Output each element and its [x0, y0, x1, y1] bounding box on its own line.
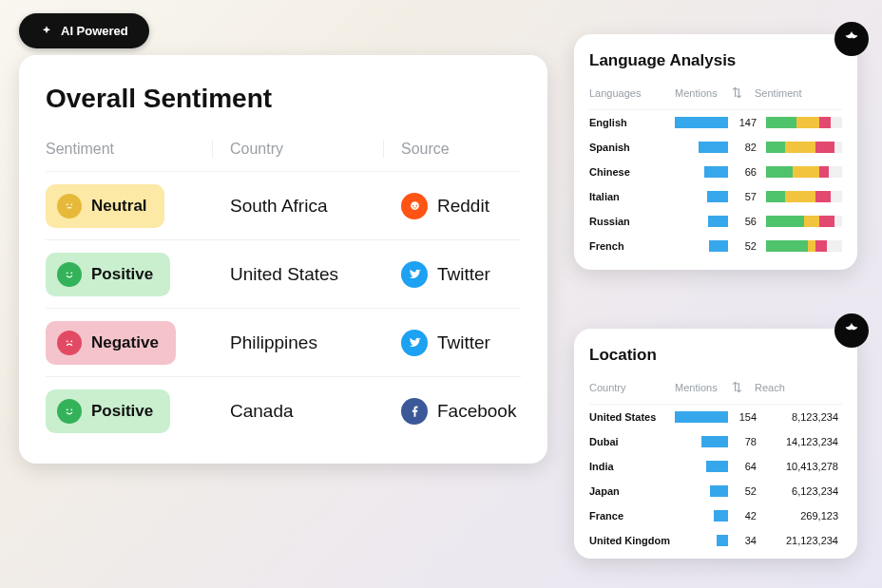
positive-face-icon — [57, 262, 82, 287]
location-row[interactable]: United States 154 8,123,234 — [589, 405, 842, 429]
svg-point-4 — [412, 205, 413, 207]
sentiment-bar — [766, 166, 842, 178]
ai-powered-badge: AI Powered — [19, 13, 149, 48]
positive-face-icon — [57, 399, 82, 424]
sentiment-column-headers: Sentiment Country Source — [46, 141, 521, 171]
country-name: United States — [589, 411, 675, 423]
language-name: Spanish — [589, 142, 675, 153]
location-row[interactable]: Dubai 78 14,123,234 — [589, 429, 842, 454]
sentiment-label: Negative — [91, 333, 159, 352]
language-row[interactable]: Russian 56 — [589, 209, 842, 234]
language-analysis-title: Language Analysis — [589, 51, 842, 70]
location-column-headers: Country Mentions ⇅ Reach — [589, 376, 842, 405]
sort-icon[interactable]: ⇅ — [732, 380, 755, 394]
header-languages: Languages — [589, 87, 675, 99]
location-row[interactable]: France 42 269,123 — [589, 503, 842, 528]
header-mentions: Mentions — [675, 87, 732, 99]
language-column-headers: Languages Mentions ⇅ Sentiment — [589, 82, 842, 110]
reach-value: 14,123,234 — [757, 436, 842, 447]
sentiment-label: Positive — [91, 265, 153, 284]
sentiment-bar — [766, 240, 842, 252]
sentiment-chip: Positive — [46, 389, 170, 433]
sentiment-chip: Negative — [46, 321, 176, 365]
mentions-bar — [704, 166, 728, 178]
reach-value: 269,123 — [757, 510, 842, 522]
mentions-count: 52 — [728, 485, 757, 497]
mentions-bar — [709, 240, 728, 252]
mentions-bar — [710, 485, 728, 497]
header-country: Country — [589, 382, 675, 393]
facebook-icon — [401, 398, 428, 425]
mentions-bar — [717, 535, 728, 546]
sprout-logo-icon — [834, 313, 869, 348]
twitter-icon — [401, 330, 428, 356]
reach-value: 10,413,278 — [757, 461, 842, 472]
header-reach: Reach — [755, 382, 842, 393]
svg-point-3 — [411, 201, 419, 210]
source-label: Twitter — [437, 332, 490, 353]
header-source: Source — [384, 141, 521, 158]
location-row[interactable]: India 64 10,413,278 — [589, 454, 842, 479]
mentions-count: 66 — [728, 166, 757, 178]
country-cell: South Africa — [213, 196, 384, 217]
mentions-count: 154 — [728, 411, 757, 423]
mentions-count: 64 — [728, 461, 757, 472]
sentiment-label: Neutral — [91, 197, 147, 216]
twitter-icon — [401, 261, 428, 288]
sentiment-row[interactable]: Neutral South Africa Reddit — [46, 171, 521, 239]
language-row[interactable]: French 52 — [589, 234, 842, 258]
svg-point-10 — [67, 408, 68, 410]
reach-value: 21,123,234 — [757, 535, 842, 546]
language-name: Italian — [589, 191, 675, 202]
location-card: Location Country Mentions ⇅ Reach United… — [574, 329, 857, 559]
country-cell: United States — [213, 264, 384, 285]
language-row[interactable]: Chinese 66 — [589, 160, 842, 184]
mentions-count: 42 — [728, 510, 757, 522]
overall-sentiment-title: Overall Sentiment — [46, 84, 521, 114]
mentions-count: 34 — [728, 535, 757, 546]
mentions-count: 147 — [728, 117, 757, 128]
country-cell: Philippines — [213, 332, 384, 353]
language-row[interactable]: English 147 — [589, 110, 842, 135]
negative-face-icon — [57, 331, 82, 355]
location-row[interactable]: Japan 52 6,123,234 — [589, 479, 842, 503]
svg-point-7 — [70, 272, 72, 274]
sentiment-label: Positive — [91, 402, 153, 421]
sparkle-icon — [40, 25, 53, 38]
mentions-bar — [708, 216, 728, 227]
reach-value: 8,123,234 — [757, 411, 842, 423]
country-name: France — [589, 510, 675, 522]
mentions-count: 82 — [728, 142, 757, 153]
mentions-bar — [675, 117, 728, 128]
source-label: Twitter — [437, 264, 490, 285]
svg-point-11 — [70, 408, 72, 410]
sort-icon[interactable]: ⇅ — [732, 85, 755, 100]
language-name: English — [589, 117, 675, 128]
mentions-bar — [714, 510, 728, 522]
svg-point-9 — [70, 340, 72, 342]
language-row[interactable]: Spanish 82 — [589, 135, 842, 160]
sentiment-bar — [766, 142, 842, 153]
location-row[interactable]: United Kingdom 34 21,123,234 — [589, 528, 842, 553]
header-sentiment: Sentiment — [46, 141, 213, 158]
country-cell: Canada — [213, 401, 384, 422]
sentiment-chip: Neutral — [46, 184, 164, 228]
language-row[interactable]: Italian 57 — [589, 184, 842, 209]
sentiment-row[interactable]: Positive Canada Facebook — [46, 376, 521, 445]
sentiment-row[interactable]: Negative Philippines Twitter — [46, 308, 521, 376]
sentiment-bar — [766, 117, 842, 128]
sentiment-bar — [766, 216, 842, 227]
header-mentions: Mentions — [675, 382, 732, 393]
sprout-logo-icon — [834, 22, 869, 56]
mentions-count: 52 — [728, 240, 757, 252]
mentions-count: 57 — [728, 191, 757, 202]
reddit-icon — [401, 193, 428, 219]
sentiment-row[interactable]: Positive United States Twitter — [46, 239, 521, 308]
svg-point-5 — [415, 205, 417, 207]
mentions-count: 78 — [728, 436, 757, 447]
source-label: Facebook — [437, 401, 516, 422]
ai-powered-label: AI Powered — [61, 24, 128, 38]
svg-point-1 — [70, 203, 72, 205]
header-country: Country — [213, 141, 384, 158]
mentions-bar — [707, 191, 728, 202]
